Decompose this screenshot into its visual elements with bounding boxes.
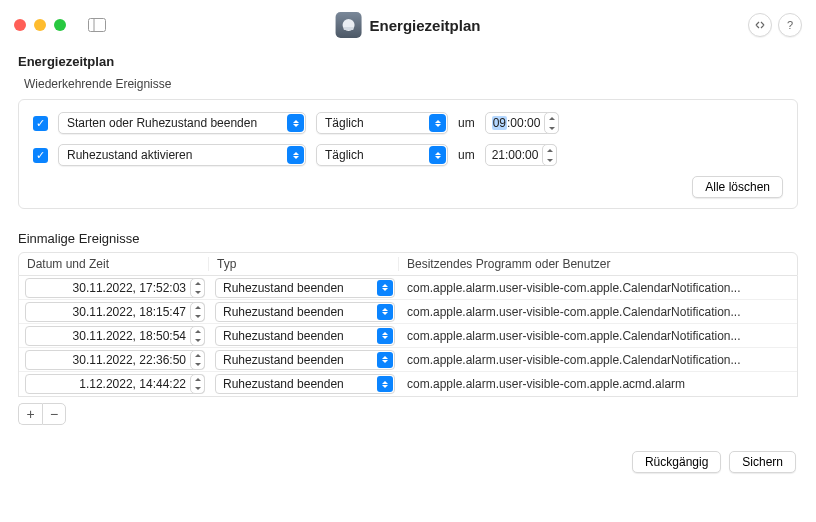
window-title-group: Energiezeitplan <box>336 12 481 38</box>
datetime-stepper[interactable] <box>190 374 205 394</box>
save-button[interactable]: Sichern <box>729 451 796 473</box>
titlebar: Energiezeitplan ? <box>0 0 816 50</box>
action-select[interactable]: Starten oder Ruhezustand beenden <box>58 112 306 134</box>
type-select[interactable]: Ruhezustand beenden <box>215 278 395 298</box>
type-select[interactable]: Ruhezustand beenden <box>215 326 395 346</box>
window-title: Energiezeitplan <box>370 17 481 34</box>
datetime-stepper[interactable] <box>190 326 205 346</box>
owner-cell: com.apple.alarm.user-visible-com.apple.C… <box>399 329 797 343</box>
chevron-updown-icon <box>377 352 393 368</box>
recurring-row: ✓Starten oder Ruhezustand beendenTäglich… <box>33 112 783 134</box>
add-row-button[interactable]: + <box>18 403 42 425</box>
chevron-updown-icon <box>377 376 393 392</box>
owner-cell: com.apple.alarm.user-visible-com.apple.C… <box>399 353 797 367</box>
time-stepper[interactable] <box>542 144 557 166</box>
table-row[interactable]: 30.11.2022, 18:15:47Ruhezustand beendenc… <box>19 300 797 324</box>
time-field[interactable]: 21:00:00 <box>485 144 558 166</box>
datetime-field[interactable]: 1.12.2022, 14:44:22 <box>25 374 205 394</box>
chevron-updown-icon <box>429 114 446 132</box>
chevron-updown-icon <box>287 146 304 164</box>
type-select[interactable]: Ruhezustand beenden <box>215 374 395 394</box>
recurring-events-panel: ✓Starten oder Ruhezustand beendenTäglich… <box>18 99 798 209</box>
app-icon <box>336 12 362 38</box>
header-datetime[interactable]: Datum und Zeit <box>19 257 209 271</box>
datetime-field[interactable]: 30.11.2022, 18:50:54 <box>25 326 205 346</box>
recurring-row: ✓Ruhezustand aktivierenTäglichum21:00:00 <box>33 144 783 166</box>
table-body: 30.11.2022, 17:52:03Ruhezustand beendenc… <box>18 276 798 397</box>
minimize-window-button[interactable] <box>34 19 46 31</box>
window-controls <box>14 19 66 31</box>
enable-checkbox[interactable]: ✓ <box>33 148 48 163</box>
datetime-field[interactable]: 30.11.2022, 17:52:03 <box>25 278 205 298</box>
frequency-select[interactable]: Täglich <box>316 112 448 134</box>
clear-all-button[interactable]: Alle löschen <box>692 176 783 198</box>
datetime-field[interactable]: 30.11.2022, 18:15:47 <box>25 302 205 322</box>
at-label: um <box>458 116 475 130</box>
table-row[interactable]: 30.11.2022, 18:50:54Ruhezustand beendenc… <box>19 324 797 348</box>
datetime-field[interactable]: 30.11.2022, 22:36:50 <box>25 350 205 370</box>
type-select[interactable]: Ruhezustand beenden <box>215 350 395 370</box>
header-type[interactable]: Typ <box>209 257 399 271</box>
help-button[interactable]: ? <box>778 13 802 37</box>
zoom-window-button[interactable] <box>54 19 66 31</box>
svg-rect-0 <box>89 19 106 32</box>
chevron-updown-icon <box>287 114 304 132</box>
table-row[interactable]: 30.11.2022, 17:52:03Ruhezustand beendenc… <box>19 276 797 300</box>
owner-cell: com.apple.alarm.user-visible-com.apple.C… <box>399 281 797 295</box>
datetime-stepper[interactable] <box>190 302 205 322</box>
chevron-updown-icon <box>377 328 393 344</box>
datetime-stepper[interactable] <box>190 278 205 298</box>
table-header: Datum und Zeit Typ Besitzendes Programm … <box>18 252 798 276</box>
revert-button[interactable]: Rückgängig <box>632 451 721 473</box>
at-label: um <box>458 148 475 162</box>
owner-cell: com.apple.alarm.user-visible-com.apple.a… <box>399 377 797 391</box>
sidebar-toggle-icon[interactable] <box>88 18 106 32</box>
recurring-events-label: Wiederkehrende Ereignisse <box>24 77 798 91</box>
chevron-updown-icon <box>377 280 393 296</box>
type-select[interactable]: Ruhezustand beenden <box>215 302 395 322</box>
time-field[interactable]: 09:00:00 <box>485 112 560 134</box>
table-row[interactable]: 30.11.2022, 22:36:50Ruhezustand beendenc… <box>19 348 797 372</box>
owner-cell: com.apple.alarm.user-visible-com.apple.C… <box>399 305 797 319</box>
frequency-select[interactable]: Täglich <box>316 144 448 166</box>
collapse-button[interactable] <box>748 13 772 37</box>
action-select[interactable]: Ruhezustand aktivieren <box>58 144 306 166</box>
table-row[interactable]: 1.12.2022, 14:44:22Ruhezustand beendenco… <box>19 372 797 396</box>
enable-checkbox[interactable]: ✓ <box>33 116 48 131</box>
header-owner[interactable]: Besitzendes Programm oder Benutzer <box>399 257 797 271</box>
time-stepper[interactable] <box>544 112 559 134</box>
close-window-button[interactable] <box>14 19 26 31</box>
remove-row-button[interactable]: − <box>42 403 66 425</box>
chevron-updown-icon <box>377 304 393 320</box>
page-title: Energiezeitplan <box>18 54 798 69</box>
datetime-stepper[interactable] <box>190 350 205 370</box>
onetime-events-label: Einmalige Ereignisse <box>18 231 798 246</box>
svg-rect-3 <box>344 27 354 30</box>
chevron-updown-icon <box>429 146 446 164</box>
